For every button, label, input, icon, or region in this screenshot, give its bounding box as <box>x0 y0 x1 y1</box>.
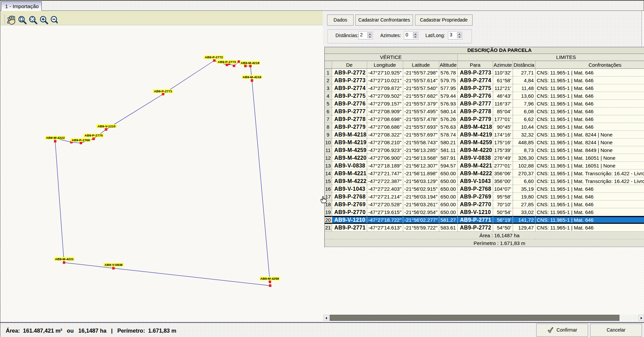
svg-text:AB9-P-2769: AB9-P-2769 <box>72 138 90 142</box>
svg-text:AB9-V-1210: AB9-V-1210 <box>98 124 116 128</box>
svg-text:AB9-P-2770: AB9-P-2770 <box>85 133 103 137</box>
svg-text:AB9-M-4222: AB9-M-4222 <box>46 136 65 140</box>
svg-text:AB9-M-4221: AB9-M-4221 <box>55 257 74 261</box>
svg-text:AB9-M-4219: AB9-M-4219 <box>243 75 261 79</box>
svg-text:AB9-V-0838: AB9-V-0838 <box>104 263 123 267</box>
svg-text:AB9-P-2771: AB9-P-2771 <box>154 89 172 93</box>
svg-text:AB9-M-4218: AB9-M-4218 <box>241 61 260 65</box>
svg-text:AB9-M-4259: AB9-M-4259 <box>260 277 279 280</box>
svg-text:AB9-P-2772: AB9-P-2772 <box>205 55 223 59</box>
svg-text:AB9-P-2773: AB9-P-2773 <box>218 60 236 64</box>
